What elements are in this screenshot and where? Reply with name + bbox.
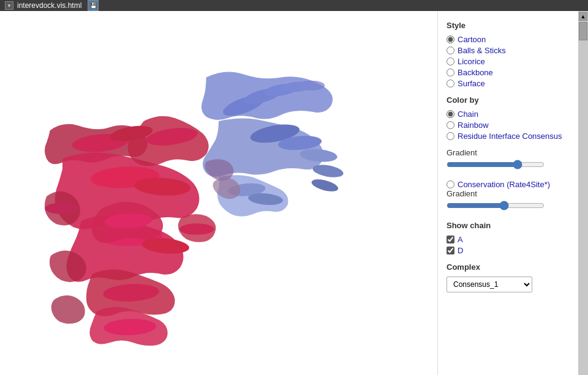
- gradient-1-label: Gradient: [447, 148, 570, 157]
- show-chain-section-title: Show chain: [447, 221, 570, 230]
- color-option-rainbow[interactable]: Rainbow: [447, 121, 570, 130]
- color-label-chain: Chain: [458, 110, 478, 119]
- complex-dropdown[interactable]: Consensus_1 Consensus_2 Consensus_3: [447, 277, 532, 292]
- svg-point-22: [179, 223, 214, 234]
- vertical-scrollbar: ▲: [578, 11, 588, 375]
- color-radio-chain[interactable]: [447, 110, 454, 118]
- style-radio-surface[interactable]: [447, 80, 454, 87]
- color-option-chain[interactable]: Chain: [447, 110, 570, 119]
- color-radio-rainbow[interactable]: [447, 121, 454, 129]
- scroll-thumb[interactable]: [579, 22, 587, 40]
- complex-dropdown-wrapper: Consensus_1 Consensus_2 Consensus_3: [447, 277, 570, 292]
- color-label-rainbow: Rainbow: [458, 121, 489, 130]
- style-option-licorice[interactable]: Licorice: [447, 57, 570, 66]
- style-option-backbone[interactable]: Backbone: [447, 68, 570, 77]
- chain-checkbox-group: A D: [447, 235, 570, 255]
- title-bar: ▼ interevdock.vis.html 💾: [0, 0, 588, 11]
- color-radio-conservation[interactable]: [447, 180, 454, 188]
- chain-check-a[interactable]: [447, 236, 454, 243]
- app-window: ▼ interevdock.vis.html 💾: [0, 0, 588, 375]
- gradient-1-section: Gradient: [447, 148, 570, 171]
- style-radio-backbone[interactable]: [447, 69, 454, 76]
- style-label-surface: Surface: [458, 79, 485, 88]
- style-radio-cartoon[interactable]: [447, 35, 454, 43]
- gradient-2-label: Gradient: [447, 189, 570, 198]
- protein-structure-svg: [0, 11, 437, 375]
- style-option-surface[interactable]: Surface: [447, 79, 570, 88]
- style-radio-balls-sticks[interactable]: [447, 46, 454, 54]
- protein-viewport: [0, 11, 437, 375]
- gradient-1-slider[interactable]: [447, 160, 545, 169]
- color-label-residue: Residue Interface Consensus: [458, 132, 562, 141]
- chain-label-a: A: [458, 235, 463, 244]
- conservation-section: Conservation (Rate4Site*) Gradient: [447, 180, 570, 212]
- chain-label-d: D: [458, 246, 463, 255]
- color-option-conservation[interactable]: Conservation (Rate4Site*): [447, 180, 570, 189]
- color-option-residue[interactable]: Residue Interface Consensus: [447, 132, 570, 141]
- window-icon: ▼: [5, 1, 13, 10]
- save-button[interactable]: 💾: [88, 0, 99, 11]
- style-label-licorice: Licorice: [458, 57, 485, 66]
- style-option-balls-sticks[interactable]: Balls & Sticks: [447, 46, 570, 55]
- chain-checkbox-a[interactable]: A: [447, 235, 570, 244]
- style-radio-licorice[interactable]: [447, 58, 454, 65]
- color-label-conservation: Conservation (Rate4Site*): [458, 180, 550, 189]
- controls-panel: Style Cartoon Balls & Sticks Licorice Ba…: [437, 11, 578, 375]
- style-radio-group: Cartoon Balls & Sticks Licorice Backbone…: [447, 35, 570, 88]
- style-label-balls-sticks: Balls & Sticks: [458, 46, 506, 55]
- style-label-backbone: Backbone: [458, 68, 493, 77]
- style-label-cartoon: Cartoon: [458, 35, 486, 44]
- style-section-title: Style: [447, 21, 570, 30]
- window-title: interevdock.vis.html: [17, 1, 81, 10]
- svg-point-9: [311, 177, 340, 193]
- chain-check-d[interactable]: [447, 247, 454, 254]
- color-by-radio-group: Chain Rainbow Residue Interface Consensu…: [447, 110, 570, 141]
- style-option-cartoon[interactable]: Cartoon: [447, 35, 570, 44]
- scroll-up-arrow[interactable]: ▲: [579, 12, 587, 21]
- content-area: Style Cartoon Balls & Sticks Licorice Ba…: [0, 11, 588, 375]
- svg-point-20: [45, 203, 77, 214]
- complex-section-title: Complex: [447, 262, 570, 272]
- color-radio-residue[interactable]: [447, 132, 454, 140]
- chain-checkbox-d[interactable]: D: [447, 246, 570, 255]
- color-by-section-title: Color by: [447, 95, 570, 105]
- gradient-2-slider[interactable]: [447, 201, 545, 210]
